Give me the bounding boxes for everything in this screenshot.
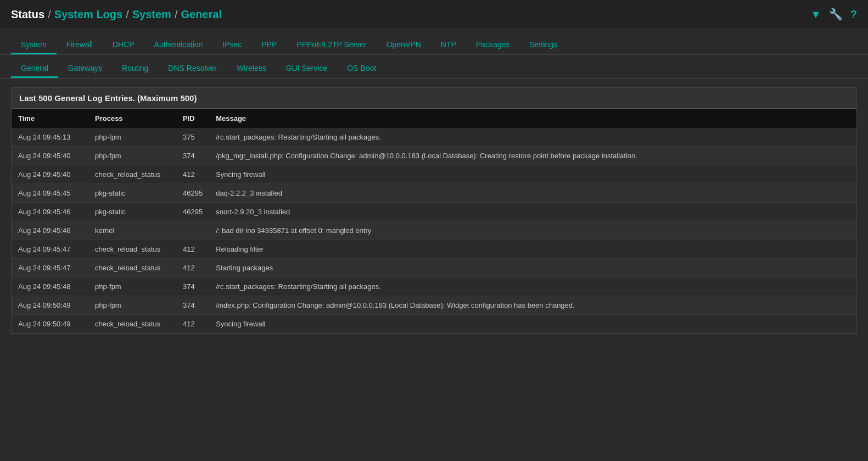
cell-message: /: bad dir ino 34935871 at offset 0: man… [209, 221, 856, 240]
cell-process: php-fpm [88, 296, 176, 315]
col-process: Process [88, 109, 176, 128]
table-row: Aug 24 09:45:48php-fpm374/rc.start_packa… [12, 277, 856, 296]
cell-message: /rc.start_packages: Restarting/Starting … [209, 277, 856, 296]
cell-time: Aug 24 09:45:13 [12, 128, 88, 147]
cell-time: Aug 24 09:45:47 [12, 259, 88, 277]
table-row: Aug 24 09:45:40php-fpm374/pkg_mgr_instal… [12, 147, 856, 165]
col-time: Time [12, 109, 88, 128]
cell-message: /index.php: Configuration Change: admin@… [209, 296, 856, 315]
log-header: Last 500 General Log Entries. (Maximum 5… [12, 88, 856, 109]
cell-process: pkg-static [88, 203, 176, 221]
header: Status / System Logs / System / General … [0, 0, 868, 29]
table-row: Aug 24 09:45:47check_reload_status412Rel… [12, 240, 856, 259]
tab-dns-resolver[interactable]: DNS Resolver [158, 58, 227, 78]
cell-message: Syncing firewall [209, 315, 856, 334]
breadcrumb-system[interactable]: System [132, 8, 171, 21]
breadcrumb: Status / System Logs / System / General [11, 8, 222, 21]
tab-authentication[interactable]: Authentication [144, 35, 213, 54]
cell-pid: 412 [176, 315, 209, 334]
cell-pid: 46295 [176, 184, 209, 203]
cell-message: /pkg_mgr_install.php: Configuration Chan… [209, 147, 856, 165]
cell-pid: 412 [176, 240, 209, 259]
cell-time: Aug 24 09:45:40 [12, 165, 88, 184]
cell-time: Aug 24 09:50:49 [12, 296, 88, 315]
filter-icon[interactable]: ▼ [810, 8, 821, 21]
cell-process: check_reload_status [88, 165, 176, 184]
cell-pid: 374 [176, 277, 209, 296]
breadcrumb-sep-3: / [175, 8, 178, 21]
primary-tab-bar: System Firewall DHCP Authentication IPse… [0, 29, 868, 55]
breadcrumb-sep-2: / [126, 8, 129, 21]
cell-message: /rc.start_packages: Restarting/Starting … [209, 128, 856, 147]
cell-message: snort-2.9.20_3 installed [209, 203, 856, 221]
breadcrumb-sep-1: / [48, 8, 51, 21]
cell-message: Reloading filter [209, 240, 856, 259]
tab-os-boot[interactable]: OS Boot [337, 58, 386, 78]
col-pid: PID [176, 109, 209, 128]
cell-time: Aug 24 09:45:48 [12, 277, 88, 296]
cell-process: pkg-static [88, 184, 176, 203]
table-row: Aug 24 09:45:40check_reload_status412Syn… [12, 165, 856, 184]
table-row: Aug 24 09:45:13php-fpm375/rc.start_packa… [12, 128, 856, 147]
col-message: Message [209, 109, 856, 128]
tab-ntp[interactable]: NTP [431, 35, 466, 54]
tab-wireless[interactable]: Wireless [227, 58, 276, 78]
tab-ppp[interactable]: PPP [251, 35, 287, 54]
cell-process: php-fpm [88, 128, 176, 147]
cell-process: kernel [88, 221, 176, 240]
content-area: Last 500 General Log Entries. (Maximum 5… [0, 79, 868, 343]
tab-gui-service[interactable]: GUI Service [276, 58, 337, 78]
cell-pid: 412 [176, 165, 209, 184]
tab-ipsec[interactable]: IPsec [212, 35, 251, 54]
log-container: Last 500 General Log Entries. (Maximum 5… [11, 87, 857, 334]
breadcrumb-general[interactable]: General [181, 8, 221, 21]
cell-process: php-fpm [88, 277, 176, 296]
tab-firewall[interactable]: Firewall [57, 35, 103, 54]
breadcrumb-system-logs[interactable]: System Logs [54, 8, 122, 21]
table-row: Aug 24 09:45:45pkg-static46295daq-2.2.2_… [12, 184, 856, 203]
cell-time: Aug 24 09:50:49 [12, 315, 88, 334]
table-header-row: Time Process PID Message [12, 109, 856, 128]
cell-time: Aug 24 09:45:46 [12, 203, 88, 221]
cell-time: Aug 24 09:45:40 [12, 147, 88, 165]
help-icon[interactable]: ? [850, 8, 857, 21]
table-row: Aug 24 09:45:47check_reload_status412Sta… [12, 259, 856, 277]
cell-process: check_reload_status [88, 315, 176, 334]
header-icons: ▼ 🔧 ? [810, 8, 857, 21]
tab-routing[interactable]: Routing [112, 58, 158, 78]
log-table: Time Process PID Message Aug 24 09:45:13… [12, 109, 856, 334]
cell-time: Aug 24 09:45:46 [12, 221, 88, 240]
tab-general[interactable]: General [11, 58, 58, 78]
tab-openvpn[interactable]: OpenVPN [377, 35, 431, 54]
cell-pid: 46295 [176, 203, 209, 221]
cell-time: Aug 24 09:45:47 [12, 240, 88, 259]
cell-message: daq-2.2.2_3 installed [209, 184, 856, 203]
table-row: Aug 24 09:50:49php-fpm374/index.php: Con… [12, 296, 856, 315]
cell-message: Starting packages [209, 259, 856, 277]
cell-pid: 375 [176, 128, 209, 147]
tab-system[interactable]: System [11, 35, 57, 54]
tab-settings[interactable]: Settings [519, 35, 567, 54]
wrench-icon[interactable]: 🔧 [829, 8, 843, 21]
tab-packages[interactable]: Packages [466, 35, 519, 54]
cell-process: php-fpm [88, 147, 176, 165]
table-row: Aug 24 09:45:46pkg-static46295snort-2.9.… [12, 203, 856, 221]
cell-process: check_reload_status [88, 259, 176, 277]
cell-pid: 374 [176, 296, 209, 315]
secondary-tab-bar: General Gateways Routing DNS Resolver Wi… [0, 55, 868, 79]
cell-pid: 374 [176, 147, 209, 165]
tab-pppoe-l2tp[interactable]: PPPoE/L2TP Server [287, 35, 376, 54]
cell-pid: 412 [176, 259, 209, 277]
tab-dhcp[interactable]: DHCP [103, 35, 144, 54]
table-row: Aug 24 09:45:46kernel/: bad dir ino 3493… [12, 221, 856, 240]
cell-process: check_reload_status [88, 240, 176, 259]
breadcrumb-status: Status [11, 8, 44, 21]
table-row: Aug 24 09:50:49check_reload_status412Syn… [12, 315, 856, 334]
cell-pid [176, 221, 209, 240]
tab-gateways[interactable]: Gateways [58, 58, 112, 78]
cell-message: Syncing firewall [209, 165, 856, 184]
cell-time: Aug 24 09:45:45 [12, 184, 88, 203]
